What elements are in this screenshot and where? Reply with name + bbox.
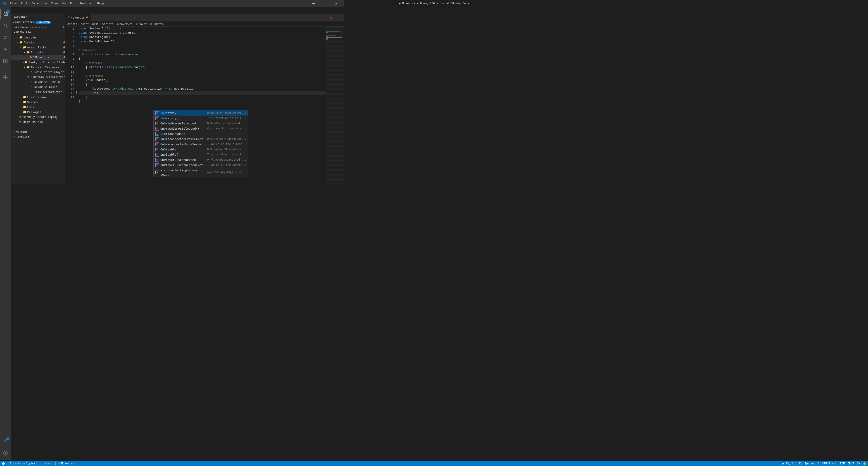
tree-mover-cs[interactable]: C Mover.cs 1	[11, 55, 65, 60]
expand-icon: ▾	[19, 45, 23, 49]
ac-desc: This function is call...	[207, 116, 246, 120]
svg-point-0	[4, 24, 7, 27]
menu-selection[interactable]: Selection	[30, 1, 49, 5]
ac-method-icon: M	[155, 117, 159, 120]
timeline-header[interactable]: › TIMELINE	[11, 134, 65, 139]
activity-remote[interactable]	[0, 72, 11, 83]
ac-label: OnDestroy()	[160, 116, 206, 120]
editor-area: C Mover.cs ⧉ ··· Assets › Asset Packs › …	[65, 13, 344, 184]
item-count: 1	[64, 56, 65, 59]
breadcrumb-mover[interactable]: Mover	[139, 22, 147, 26]
tree-logs[interactable]: › 📁 Logs	[11, 104, 65, 110]
expand-icon: ›	[19, 100, 23, 104]
code-line-13: 💡 Des	[79, 91, 326, 95]
ac-item-ondisable-method[interactable]: M OnDisable() This function is call...	[154, 152, 248, 157]
lightbulb-icon[interactable]: 💡	[76, 91, 78, 95]
svg-rect-21	[326, 39, 328, 39]
tree-scenes[interactable]: › 📁 Scenes	[11, 99, 65, 104]
ac-item-ondrawgizmosselected-method[interactable]: M OnDrawGizmosSelected() Callback to dra…	[154, 126, 248, 131]
activity-explorer[interactable]: 1	[0, 9, 11, 20]
code-line-3: using UnityEngine;	[79, 35, 326, 39]
tree-sln[interactable]: ≡ Udemy RPG.sln	[11, 119, 65, 124]
ac-item-onplayerdisconnected[interactable]: M OnPlayerDisconnected OnPlayerDisconnec…	[154, 157, 248, 162]
ac-item-ondisable[interactable]: M OnDisable OnDisable (MonoBehavi...	[154, 147, 248, 152]
tree-newbrush1[interactable]: 🗒 NewBrush 1.brush	[11, 80, 65, 85]
svg-rect-13	[326, 30, 335, 30]
code-line-5	[79, 44, 326, 48]
ac-item-ondrawgizmosselected[interactable]: M OnDrawGizmosSelected OnDrawGizmosSelec…	[154, 121, 248, 126]
tree-mountain[interactable]: 🗒 Mountain.terrainlayer	[11, 75, 65, 80]
breadcrumb-assets[interactable]: Assets	[67, 22, 77, 26]
close-button[interactable]: ✕	[331, 0, 341, 7]
svg-rect-11	[326, 28, 338, 28]
activity-extensions[interactable]	[0, 56, 11, 66]
ac-item-ondisconnectedfromserver-long[interactable]: M OnDisconnectedFromServer... Called on …	[154, 142, 248, 147]
tab-mover-cs[interactable]: C Mover.cs	[65, 13, 91, 21]
ac-snippet-icon: ⊞	[155, 170, 159, 174]
menu-run[interactable]: Run	[68, 1, 77, 5]
ac-label: OnDisconnectedFromServer	[160, 137, 206, 141]
tree-synty[interactable]: › 📁 Synty - Polygon Studen...	[11, 60, 65, 65]
menu-file[interactable]: File	[8, 1, 18, 5]
breadcrumb-asset-packs[interactable]: Asset Packs	[81, 22, 99, 26]
menu-terminal[interactable]: Terminal	[78, 1, 95, 5]
tree-first-scene[interactable]: › 📁 First_scene	[11, 95, 65, 99]
codelens-8: 1 reference	[79, 61, 326, 65]
tree-assembly[interactable]: ⊞ Assembly-CSharp.csproj	[11, 115, 65, 119]
ac-desc: Called on the client ...	[210, 142, 246, 146]
tree-packages[interactable]: › 📁 Packages	[11, 110, 65, 115]
open-file-count: 1	[63, 26, 64, 29]
ac-method-icon: M	[155, 127, 159, 130]
ac-item-ef-snippet[interactable]: ⊞ ef-dbcontext-options-bui... new DbCont…	[154, 167, 248, 177]
svg-rect-7	[6, 61, 7, 63]
open-file-mover[interactable]: C Mover.cs Assets\A... 1	[11, 25, 65, 30]
maximize-button[interactable]: □	[320, 0, 330, 7]
tree-grass[interactable]: 🗒 Grass.terrainlayer	[11, 70, 65, 75]
activity-search[interactable]	[0, 20, 11, 31]
ac-method-icon: M	[155, 111, 159, 115]
tree-asset-packs[interactable]: ▾ 📁 Asset Packs	[11, 45, 65, 50]
code-line-10: void Update()	[79, 78, 326, 82]
menu-help[interactable]: Help	[95, 1, 106, 5]
more-actions-button[interactable]: ···	[336, 15, 342, 21]
breadcrumb-update[interactable]: Update()	[153, 22, 166, 26]
code-line-2: using System.Collections.Generic;	[79, 31, 326, 35]
minimap-content	[326, 27, 344, 184]
menu-view[interactable]: View	[50, 1, 60, 5]
minimize-button[interactable]: ─	[308, 0, 319, 7]
code-line-8: [SerializeField] Transform target;	[79, 65, 326, 69]
code-line-15: }	[79, 99, 326, 104]
split-editor-button[interactable]: ⧉	[328, 15, 335, 21]
tree-path[interactable]: 🗒 Path.terrainlayer	[11, 90, 65, 95]
tree-scripts[interactable]: ▾ 📁 Scripts	[11, 50, 65, 55]
expand-icon: ›	[19, 95, 23, 99]
activity-run-debug[interactable]	[0, 44, 11, 55]
tree-assets[interactable]: ▾ 📁 Assets	[11, 40, 65, 45]
folder-icon: 📁	[26, 65, 30, 69]
item-label: .vscode	[24, 36, 65, 39]
outline-header[interactable]: › OUTLINE	[11, 129, 65, 134]
ac-item-ondestroy[interactable]: M OnDestroy OnDestroy (MonoBehavi...	[154, 111, 248, 116]
ac-class-icon: C	[155, 132, 159, 136]
explorer-header: EXPLORER	[11, 13, 65, 20]
svg-rect-15	[326, 32, 328, 33]
ac-method-icon: M	[155, 153, 159, 157]
menu-go[interactable]: Go	[61, 1, 67, 5]
tree-udemy-rpg[interactable]: ▾ UDEMY RPG	[11, 30, 65, 35]
tree-terrain-textures[interactable]: ▾ 📁 Terrain Textures	[11, 65, 65, 70]
modified-dot	[63, 51, 65, 53]
breadcrumb-mover-cs[interactable]: Mover.cs	[119, 22, 132, 26]
titlebar-left: File Edit Selection View Go Run Terminal…	[2, 1, 106, 5]
code-content[interactable]: using System.Collections; using System.C…	[76, 27, 326, 184]
ac-item-onplayerdisconnectednet[interactable]: M OnPlayerDisconnected(Net... Called on …	[154, 162, 248, 167]
tree-newbrush[interactable]: 🗒 NewBrush.brush	[11, 85, 65, 90]
ac-item-ondisconnectedfromserver[interactable]: M OnDisconnectedFromServer OnDisconnecte…	[154, 136, 248, 142]
ac-item-dictionarybase[interactable]: C DictionaryBase	[154, 131, 248, 136]
folder-icon: 📁	[19, 40, 23, 44]
tree-vscode[interactable]: › 📁 .vscode	[11, 35, 65, 40]
ac-item-ondestroy-method[interactable]: M OnDestroy() This function is call...	[154, 116, 248, 121]
activity-source-control[interactable]	[0, 32, 11, 43]
breadcrumb-scripts[interactable]: Scripts	[102, 22, 114, 26]
code-editor[interactable]: 1 2 3 4 5 6 7 8 9 10 11 12 13 14 15 16 1…	[65, 27, 344, 184]
menu-edit[interactable]: Edit	[19, 1, 29, 5]
